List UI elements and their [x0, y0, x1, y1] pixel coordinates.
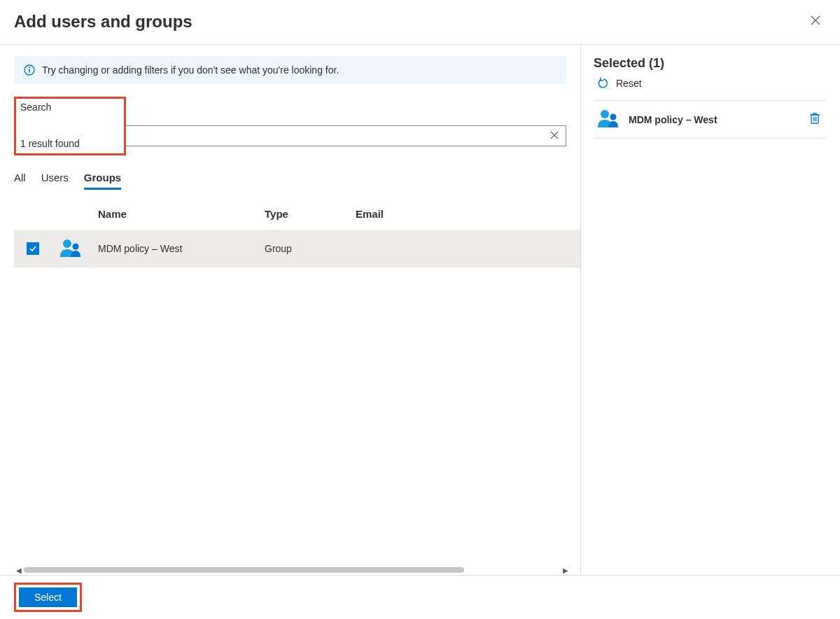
clear-icon — [550, 131, 559, 139]
svg-point-8 — [610, 114, 617, 120]
info-banner: Try changing or adding filters if you do… — [14, 56, 566, 84]
row-name: MDM policy – West — [98, 243, 265, 254]
selected-item[interactable]: MDM policy – West — [594, 100, 826, 139]
row-checkbox[interactable] — [27, 242, 39, 255]
scrollbar-track[interactable] — [24, 566, 561, 573]
column-header-type[interactable]: Type — [265, 208, 356, 220]
dialog-footer: Select — [0, 575, 840, 619]
column-header-name[interactable]: Name — [98, 208, 265, 220]
trash-icon — [809, 112, 820, 125]
horizontal-scrollbar[interactable]: ◀ ▶ — [14, 565, 570, 575]
reset-label: Reset — [616, 78, 642, 89]
reset-icon — [598, 78, 609, 89]
selected-pane: Selected (1) Reset MDM policy – West — [581, 45, 840, 575]
selected-header: Selected (1) — [594, 56, 826, 71]
close-icon — [811, 15, 820, 25]
search-clear-button[interactable] — [547, 129, 561, 143]
svg-point-7 — [601, 110, 609, 118]
svg-point-5 — [63, 239, 71, 248]
selected-item-name: MDM policy – West — [629, 114, 798, 125]
column-header-email[interactable]: Email — [356, 208, 580, 220]
info-icon — [24, 64, 35, 76]
remove-selected-button[interactable] — [806, 109, 823, 130]
checkmark-icon — [29, 244, 37, 253]
svg-rect-2 — [29, 69, 30, 73]
search-result-count: 1 result found — [20, 138, 120, 149]
tab-groups[interactable]: Groups — [84, 167, 121, 190]
search-label: Search — [20, 102, 120, 113]
select-button[interactable]: Select — [19, 587, 77, 607]
left-pane: Try changing or adding filters if you do… — [0, 45, 581, 575]
svg-point-6 — [73, 243, 79, 249]
search-highlight: Search 1 result found — [14, 97, 126, 155]
results-table: Name Type Email MDM policy — [14, 195, 580, 561]
row-type: Group — [265, 243, 356, 254]
filter-tabs: All Users Groups — [14, 167, 580, 190]
select-button-highlight: Select — [14, 583, 82, 612]
table-header-row: Name Type Email — [14, 195, 580, 230]
close-button[interactable] — [805, 11, 826, 32]
scroll-right-arrow[interactable]: ▶ — [561, 566, 570, 574]
scroll-left-arrow[interactable]: ◀ — [14, 566, 24, 574]
page-title: Add users and groups — [14, 12, 192, 32]
group-icon — [59, 249, 83, 260]
tab-users[interactable]: Users — [41, 167, 69, 190]
table-row[interactable]: MDM policy – West Group — [14, 230, 580, 267]
reset-button[interactable]: Reset — [594, 75, 826, 100]
scrollbar-thumb[interactable] — [24, 567, 464, 573]
svg-point-1 — [29, 67, 30, 69]
dialog-header: Add users and groups — [0, 0, 840, 44]
info-banner-text: Try changing or adding filters if you do… — [42, 64, 339, 76]
group-icon — [596, 108, 620, 131]
tab-all[interactable]: All — [14, 167, 26, 190]
